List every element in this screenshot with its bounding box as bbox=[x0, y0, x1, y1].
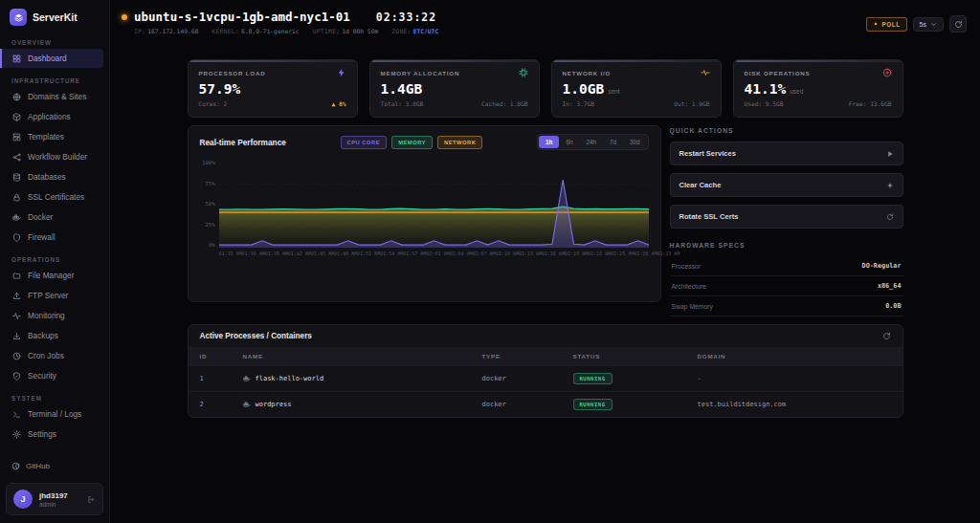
docker-icon bbox=[12, 213, 21, 222]
x-axis-tick: 01:36 AM bbox=[242, 251, 265, 256]
meta-label: ZONE: bbox=[391, 28, 411, 34]
user-chip[interactable]: J jhd3197 admin bbox=[6, 483, 103, 515]
column-header-name: NAME bbox=[243, 353, 482, 360]
stat-card-memory-allocation: MEMORY ALLOCATION1.4GBTotal: 3.8GBCached… bbox=[369, 59, 540, 118]
legend-chip-memory[interactable]: MEMORY bbox=[391, 136, 433, 149]
processes-refresh-button[interactable] bbox=[882, 332, 891, 340]
meta-label: UPTIME: bbox=[313, 28, 341, 34]
process-row[interactable]: 2wordpressdockerRUNNINGtest.builditdesig… bbox=[189, 391, 902, 417]
column-header-status: STATUS bbox=[573, 353, 698, 360]
legend-chip-cpu-core[interactable]: CPU CORE bbox=[341, 136, 388, 149]
stat-card-footnote-left: Total: 3.8GB bbox=[381, 100, 424, 107]
quick-action-clear-cache[interactable]: Clear Cache bbox=[670, 173, 903, 197]
sidebar-item-file-manager[interactable]: File Manager bbox=[0, 266, 103, 285]
range-button-1h[interactable]: 1h bbox=[539, 136, 559, 148]
y-axis-tick: 100% bbox=[200, 160, 215, 165]
sidebar-item-label: FTP Server bbox=[28, 291, 68, 300]
x-axis-tick: 02:19 AM bbox=[565, 251, 588, 256]
sidebar-item-workflow-builder[interactable]: Workflow Builder bbox=[0, 147, 103, 166]
process-row[interactable]: 1flask-hello-worlddockerRUNNING- bbox=[189, 365, 902, 391]
refresh-button[interactable] bbox=[949, 15, 967, 33]
stat-card-value-row: 57.9% bbox=[199, 81, 346, 97]
sidebar-item-applications[interactable]: Applications bbox=[0, 107, 103, 126]
stat-card-suffix: sent bbox=[608, 88, 619, 95]
sidebar-item-ftp-server[interactable]: FTP Server bbox=[0, 286, 103, 305]
quick-actions-group: Restart ServicesClear CacheRotate SSL Ce… bbox=[670, 142, 903, 229]
process-name: wordpress bbox=[243, 401, 482, 408]
stat-card-header: PROCESSOR LOAD bbox=[199, 68, 346, 77]
sidebar-item-settings[interactable]: Settings bbox=[0, 425, 103, 444]
quick-action-label: Restart Services bbox=[679, 149, 737, 158]
processes-header: Active Processes / Containers bbox=[189, 325, 902, 347]
sidebar-section-label: SYSTEM bbox=[11, 395, 109, 402]
range-button-30d[interactable]: 30d bbox=[623, 136, 647, 148]
performance-chart bbox=[219, 160, 649, 248]
refresh-icon bbox=[882, 332, 891, 340]
sidebar-item-label: SSL Certificates bbox=[28, 192, 84, 202]
meta-label: KERNEL: bbox=[212, 28, 239, 34]
user-role: admin bbox=[39, 501, 68, 508]
logout-button[interactable] bbox=[87, 495, 96, 504]
interval-select[interactable]: 5s bbox=[913, 17, 944, 32]
chart-title: Real-time Performance bbox=[200, 138, 286, 147]
processes-panel: Active Processes / Containers IDNAMETYPE… bbox=[188, 324, 903, 418]
sidebar-item-label: Cron Jobs bbox=[28, 351, 64, 360]
x-axis-tick: 02:22 AM bbox=[588, 251, 611, 256]
range-button-6h[interactable]: 6h bbox=[559, 136, 579, 148]
stat-card-title: DISK OPERATIONS bbox=[745, 70, 811, 76]
sidebar-item-databases[interactable]: Databases bbox=[0, 167, 103, 186]
range-button-7d[interactable]: 7d bbox=[603, 136, 623, 148]
x-axis-tick: 01:39 AM bbox=[265, 251, 288, 256]
sidebar-item-terminal-logs[interactable]: Terminal / Logs bbox=[0, 404, 103, 424]
x-axis-tick: 02:16 AM bbox=[542, 251, 565, 256]
legend-chip-network[interactable]: NETWORK bbox=[437, 136, 482, 149]
meta-label: IP: bbox=[134, 28, 145, 34]
clock-icon bbox=[12, 352, 21, 360]
sidebar-item-label: Applications bbox=[28, 112, 71, 121]
process-name-text: wordpress bbox=[256, 401, 292, 408]
sidebar-item-templates[interactable]: Templates bbox=[0, 127, 103, 146]
sidebar-item-label: Monitoring bbox=[28, 311, 65, 320]
y-axis-labels: 100%75%50%25%0% bbox=[200, 160, 219, 248]
column-header-type: TYPE bbox=[482, 353, 573, 360]
mid-row: Real-time Performance CPU COREMEMORYNETW… bbox=[188, 125, 903, 316]
right-panel: QUICK ACTIONS Restart ServicesClear Cach… bbox=[670, 125, 903, 316]
server-block: ubuntu-s-1vcpu-1gb-amd-nyc1-01 02:33:22 … bbox=[122, 10, 438, 34]
sidebar-item-firewall[interactable]: Firewall bbox=[0, 228, 103, 247]
sidebar-item-dashboard[interactable]: Dashboard bbox=[0, 49, 103, 68]
stat-card-network-i-o: NETWORK I/O1.0GBsentIn: 3.7GBOut: 1.0GB bbox=[551, 59, 722, 118]
range-button-24h[interactable]: 24h bbox=[579, 136, 603, 148]
hardware-label: Swap Memory bbox=[672, 303, 713, 310]
sidebar-item-domains-sites[interactable]: Domains & Sites bbox=[0, 87, 103, 106]
sidebar-item-backups[interactable]: Backups bbox=[0, 326, 103, 345]
poll-badge[interactable]: POLL bbox=[866, 17, 906, 32]
process-domain: - bbox=[698, 375, 891, 382]
stat-card-header: DISK OPERATIONS bbox=[745, 68, 892, 77]
x-axis-tick: 02:25 AM bbox=[611, 251, 634, 256]
sidebar-item-monitoring[interactable]: Monitoring bbox=[0, 306, 103, 325]
sidebar-item-security[interactable]: Security bbox=[0, 366, 103, 385]
github-link[interactable]: GitHub bbox=[6, 457, 103, 475]
hardware-label: Architecture bbox=[672, 283, 706, 290]
avatar: J bbox=[13, 490, 33, 509]
hardware-row-architecture: Architecturex86_64 bbox=[670, 276, 903, 296]
sidebar-item-docker[interactable]: Docker bbox=[0, 207, 103, 227]
sidebar-item-ssl-certificates[interactable]: SSL Certificates bbox=[0, 187, 103, 207]
hardware-specs-heading: HARDWARE SPECS bbox=[670, 242, 903, 249]
dot-icon bbox=[873, 21, 879, 27]
stat-card-footnote-left: In: 3.7GB bbox=[563, 100, 595, 107]
y-axis-tick: 75% bbox=[200, 181, 215, 186]
sidebar-item-cron-jobs[interactable]: Cron Jobs bbox=[0, 346, 103, 365]
stat-cards: PROCESSOR LOAD57.9%Cores: 2▲ 8%MEMORY AL… bbox=[188, 59, 903, 118]
server-line: ubuntu-s-1vcpu-1gb-amd-nyc1-01 02:33:22 bbox=[122, 10, 438, 24]
hardware-specs-rows: ProcessorDO-RegularArchitecturex86_64Swa… bbox=[670, 256, 903, 316]
quick-action-restart-services[interactable]: Restart Services bbox=[670, 142, 903, 165]
stat-card-title: PROCESSOR LOAD bbox=[199, 70, 266, 76]
app-logo[interactable]: ServerKit bbox=[0, 0, 109, 30]
hardware-value: x86_64 bbox=[878, 282, 902, 290]
quick-action-rotate-ssl-certs[interactable]: Rotate SSL Certs bbox=[670, 205, 903, 229]
server-meta: IP:167.172.149.68KERNEL:6.8.0-71-generic… bbox=[122, 28, 438, 34]
y-axis-tick: 50% bbox=[200, 201, 215, 207]
sidebar-item-label: Terminal / Logs bbox=[28, 409, 81, 419]
sidebar-item-label: Dashboard bbox=[28, 54, 67, 63]
